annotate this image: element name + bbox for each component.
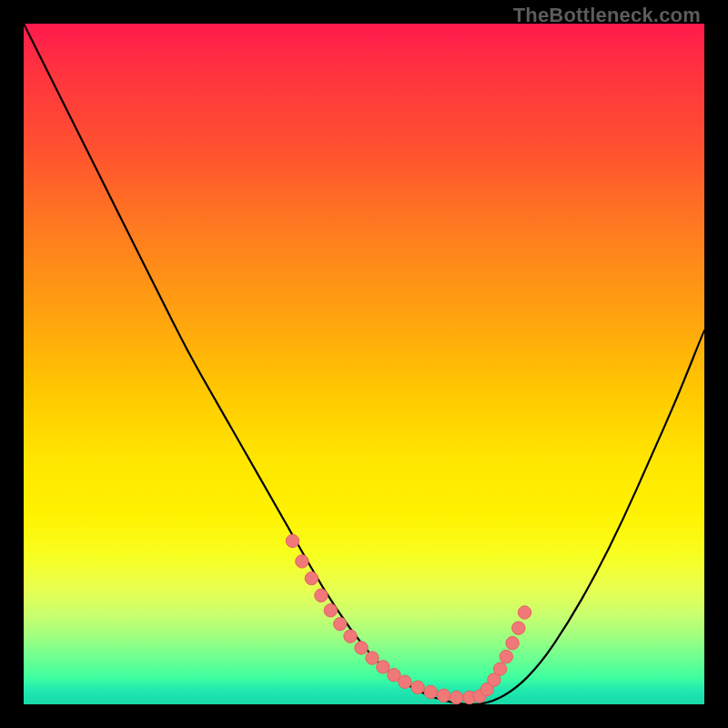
plot-area (24, 24, 704, 704)
marker-dot (424, 685, 437, 698)
marker-dot (493, 662, 506, 675)
marker-dot (506, 637, 519, 650)
marker-dot (296, 555, 308, 568)
marker-dot (366, 652, 379, 664)
bottleneck-curve (24, 24, 704, 704)
marker-dot (324, 604, 337, 617)
marker-dot (518, 606, 531, 619)
marker-dot (286, 534, 298, 547)
marker-dot (355, 642, 368, 654)
marker-dot (512, 622, 525, 634)
marker-dot (399, 675, 411, 688)
marker-dot (450, 691, 463, 703)
marker-dot (437, 689, 450, 702)
marker-dot (305, 571, 318, 584)
marker-dot (334, 618, 347, 631)
highlight-markers (286, 534, 531, 703)
marker-dot (377, 661, 389, 673)
marker-dot (500, 650, 512, 662)
chart-stage: TheBottleneck.com (0, 0, 728, 728)
marker-dot (411, 681, 424, 693)
marker-dot (315, 589, 328, 602)
curve-svg (24, 24, 704, 704)
marker-dot (344, 630, 357, 642)
